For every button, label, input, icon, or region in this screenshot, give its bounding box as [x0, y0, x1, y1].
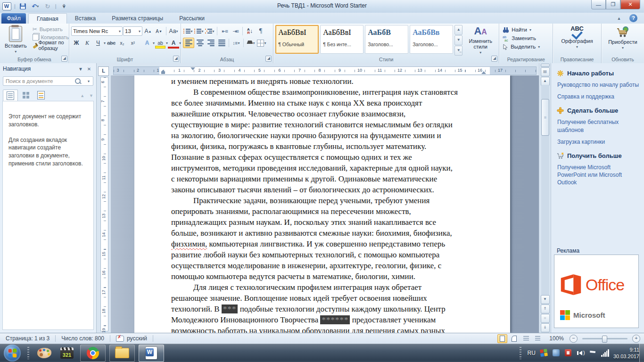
- format-painter-button[interactable]: Формат по образцу: [32, 41, 70, 49]
- next-page-button[interactable]: ⇓: [541, 323, 550, 332]
- sort-button[interactable]: АЯ↓: [245, 26, 255, 36]
- find-button[interactable]: Найти▾: [501, 25, 551, 34]
- word-taskbar-button[interactable]: [139, 345, 164, 362]
- text-effects-button[interactable]: А: [142, 38, 152, 48]
- gallery-more-icon[interactable]: ▼̲: [454, 46, 462, 56]
- underline-button[interactable]: Ч: [93, 38, 103, 48]
- show-desktop-button[interactable]: [639, 344, 644, 362]
- search-options-icon[interactable]: ▾: [84, 79, 93, 83]
- align-center-button[interactable]: [195, 38, 205, 48]
- gallery-down-icon[interactable]: ▼: [454, 35, 462, 45]
- tab-selector[interactable]: L: [98, 66, 109, 76]
- nav-tab-results[interactable]: [34, 90, 48, 101]
- hanging-indent-marker[interactable]: [161, 70, 165, 74]
- office-ad[interactable]: Office Microsoft: [554, 255, 639, 328]
- justify-button[interactable]: [216, 38, 227, 48]
- font-name-combo[interactable]: Times New Rc▾: [71, 26, 123, 36]
- select-button[interactable]: Выделить▾: [501, 42, 551, 51]
- proofing-status[interactable]: русский: [110, 333, 153, 344]
- media-player-shortcut[interactable]: 321: [58, 346, 76, 361]
- horizontal-ruler[interactable]: 3211234567891011121314151617: [113, 66, 537, 75]
- draft-view-button[interactable]: [533, 334, 543, 343]
- change-styles-button[interactable]: АА Изменить стили ▾: [464, 25, 497, 56]
- purchase-button[interactable]: Приобрести ▾: [603, 25, 642, 51]
- explorer-taskbar-button[interactable]: [109, 345, 135, 362]
- underline-dropdown-icon[interactable]: ▾: [104, 41, 106, 45]
- volume-icon[interactable]: [577, 349, 585, 357]
- line-spacing-button[interactable]: ↕≡▾: [231, 38, 241, 48]
- action-center-flag-icon[interactable]: [589, 349, 597, 357]
- paint-shortcut[interactable]: [35, 346, 54, 361]
- file-tab[interactable]: Файл: [1, 13, 26, 24]
- shading-button[interactable]: ▾: [246, 38, 256, 48]
- style-tile-2[interactable]: АаБбВ Заголово...: [365, 25, 408, 54]
- font-dialog-launcher[interactable]: ◢: [173, 56, 179, 62]
- next-heading-icon[interactable]: ▼: [89, 93, 93, 98]
- close-button[interactable]: ✕: [620, 0, 640, 9]
- highlight-color-button[interactable]: ab: [155, 38, 165, 48]
- minimize-button[interactable]: —: [591, 0, 606, 9]
- document-page[interactable]: и умением перенимать и внедрять новые те…: [134, 75, 510, 333]
- nav-tab-headings[interactable]: [3, 90, 18, 102]
- align-right-button[interactable]: [206, 38, 216, 48]
- tab-2[interactable]: Разметка страницы: [104, 13, 171, 24]
- scrollbar-track[interactable]: [541, 85, 549, 302]
- style-tile-3[interactable]: АаБбВв Заголово...: [410, 25, 453, 54]
- outline-view-button[interactable]: [521, 334, 531, 343]
- web-layout-view-button[interactable]: [509, 334, 519, 343]
- style-tile-1[interactable]: АаБбВвІ ¶ Без инте...: [320, 25, 363, 54]
- shrink-font-button[interactable]: А▼: [154, 26, 164, 36]
- subscript-button[interactable]: x₂: [117, 38, 127, 48]
- font-size-combo[interactable]: 13▾: [123, 26, 142, 36]
- split-handle[interactable]: [541, 64, 550, 67]
- increase-indent-button[interactable]: ⇥≡: [230, 26, 240, 36]
- document-text[interactable]: и умением перенимать и внедрять новые те…: [171, 76, 501, 333]
- change-case-button[interactable]: Аа▾: [168, 26, 179, 36]
- navpane-close-icon[interactable]: ✕: [85, 66, 93, 72]
- bold-button[interactable]: Ж: [71, 38, 82, 48]
- bullets-button[interactable]: ▾: [183, 26, 193, 36]
- grow-font-button[interactable]: А▲: [143, 26, 153, 36]
- decrease-indent-button[interactable]: ⇤≡: [219, 26, 230, 36]
- collapse-ribbon-icon[interactable]: ▲: [615, 16, 623, 21]
- clipboard-dialog-launcher[interactable]: ◢: [61, 56, 67, 62]
- sidebar-link[interactable]: Справка и поддержка: [557, 93, 639, 100]
- vertical-ruler[interactable]: 678910111213141516171819: [100, 77, 108, 331]
- language-tray-indicator[interactable]: RU: [528, 350, 536, 356]
- align-left-button[interactable]: [183, 38, 194, 48]
- previous-heading-icon[interactable]: ▲: [80, 93, 84, 98]
- device-tray-icon[interactable]: [564, 349, 572, 357]
- zoom-level[interactable]: 100%: [549, 335, 564, 342]
- nav-tab-pages[interactable]: [19, 90, 33, 101]
- antivirus-tray-icon[interactable]: [540, 349, 548, 357]
- taskbar-clock[interactable]: 9:11 30.03.2017: [613, 346, 639, 360]
- styles-dialog-launcher[interactable]: ◢: [491, 56, 497, 62]
- strikethrough-button[interactable]: abc: [106, 38, 116, 48]
- sidebar-link[interactable]: Получение Microsoft PowerPoint или Micro…: [557, 164, 639, 187]
- zoom-out-button[interactable]: −: [570, 335, 578, 343]
- font-color-button[interactable]: А: [168, 38, 179, 48]
- zoom-in-button[interactable]: +: [632, 335, 640, 343]
- toggle-ruler-button[interactable]: ▤: [541, 67, 550, 76]
- zoom-slider[interactable]: [582, 338, 627, 339]
- italic-button[interactable]: К: [82, 38, 92, 48]
- tab-0[interactable]: Главная: [28, 13, 67, 24]
- sidebar-link[interactable]: Руководство по началу работы: [557, 81, 639, 89]
- paste-button[interactable]: Вставить ▾: [2, 25, 30, 55]
- tab-1[interactable]: Вставка: [67, 13, 104, 24]
- restore-button[interactable]: ❐: [606, 0, 620, 9]
- gallery-up-icon[interactable]: ▲: [454, 25, 462, 35]
- replace-button[interactable]: abacЗаменить: [501, 34, 551, 42]
- search-icon[interactable]: [75, 78, 81, 84]
- superscript-button[interactable]: x²: [128, 38, 138, 48]
- print-layout-view-button[interactable]: [497, 334, 507, 343]
- navigation-search-input[interactable]: Поиск в документе ▾: [3, 76, 93, 86]
- show-marks-button[interactable]: ¶: [256, 26, 266, 36]
- numbering-button[interactable]: ▾: [194, 26, 204, 36]
- scroll-down-icon[interactable]: ▼: [541, 295, 550, 304]
- style-tile-0[interactable]: АаБбВвІ ¶ Обычный: [275, 25, 319, 54]
- cut-button[interactable]: ✂Вырезать: [32, 25, 70, 33]
- first-line-indent-marker[interactable]: [190, 67, 195, 73]
- sidebar-link[interactable]: Получение бесплатных шаблонов: [557, 118, 639, 133]
- borders-button[interactable]: ▾: [256, 38, 267, 48]
